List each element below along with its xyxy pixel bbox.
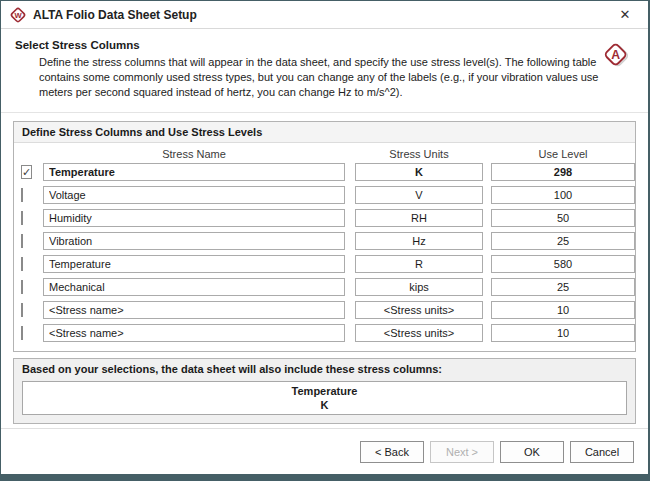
stress-columns-groupbox: Define Stress Columns and Use Stress Lev… — [13, 121, 636, 352]
stress-name-input[interactable] — [43, 278, 345, 296]
close-icon[interactable]: ✕ — [612, 7, 638, 22]
stress-name-input[interactable] — [43, 301, 345, 319]
use-level-input[interactable] — [491, 324, 635, 342]
stress-name-input[interactable] — [43, 255, 345, 273]
stress-units-input[interactable] — [355, 255, 483, 273]
stress-row-checkbox[interactable] — [21, 188, 23, 202]
wizard-header: Select Stress Columns Define the stress … — [1, 29, 648, 113]
stress-row — [14, 301, 635, 319]
stress-row-checkbox[interactable] — [21, 280, 23, 294]
stress-rows: ✓ — [14, 163, 635, 351]
stress-row-checkbox[interactable] — [21, 257, 23, 271]
summary-groupbox-title: Based on your selections, the data sheet… — [14, 359, 635, 377]
column-header-stress-units: Stress Units — [355, 148, 483, 160]
stress-row — [14, 278, 635, 296]
summary-groupbox: Based on your selections, the data sheet… — [13, 358, 636, 425]
use-level-input[interactable] — [491, 255, 635, 273]
stress-row-checkbox[interactable]: ✓ — [21, 165, 32, 179]
stress-name-input[interactable] — [43, 186, 345, 204]
page-title: Select Stress Columns — [15, 39, 634, 51]
dialog-footer: < Back Next > OK Cancel — [1, 428, 648, 474]
stress-row — [14, 324, 635, 342]
stress-row — [14, 255, 635, 273]
stress-row — [14, 186, 635, 204]
stress-units-input[interactable] — [355, 324, 483, 342]
use-level-input[interactable] — [491, 209, 635, 227]
stress-row-checkbox[interactable] — [21, 326, 23, 340]
stress-units-input[interactable] — [355, 232, 483, 250]
stress-units-input[interactable] — [355, 163, 483, 181]
alta-logo-icon: A — [600, 39, 634, 73]
use-level-input[interactable] — [491, 163, 635, 181]
use-level-input[interactable] — [491, 278, 635, 296]
stress-name-input[interactable] — [43, 324, 345, 342]
back-button[interactable]: < Back — [360, 441, 424, 463]
page-description: Define the stress columns that will appe… — [39, 55, 599, 100]
column-header-use-level: Use Level — [491, 148, 635, 160]
window-title: ALTA Folio Data Sheet Setup — [33, 8, 197, 22]
stress-units-input[interactable] — [355, 186, 483, 204]
stress-row — [14, 209, 635, 227]
stress-row — [14, 232, 635, 250]
included-stress-name: Temperature — [292, 384, 358, 398]
use-level-input[interactable] — [491, 301, 635, 319]
stress-units-input[interactable] — [355, 301, 483, 319]
stress-name-input[interactable] — [43, 163, 345, 181]
stress-name-input[interactable] — [43, 232, 345, 250]
stress-row-checkbox[interactable] — [21, 234, 23, 248]
title-bar: W ALTA Folio Data Sheet Setup ✕ — [1, 1, 648, 29]
use-level-input[interactable] — [491, 186, 635, 204]
stress-units-input[interactable] — [355, 278, 483, 296]
ok-button[interactable]: OK — [500, 441, 564, 463]
reliasoft-app-icon: W — [9, 6, 27, 24]
stress-row-checkbox[interactable] — [21, 303, 23, 317]
stress-row-checkbox[interactable] — [21, 211, 23, 225]
table-column-headers: Stress Name Stress Units Use Level — [14, 143, 635, 163]
stress-row: ✓ — [14, 163, 635, 181]
included-stress-units: K — [292, 398, 358, 412]
next-button: Next > — [430, 441, 494, 463]
svg-text:A: A — [611, 48, 620, 62]
svg-text:W: W — [14, 10, 22, 19]
stress-name-input[interactable] — [43, 209, 345, 227]
stress-groupbox-title: Define Stress Columns and Use Stress Lev… — [14, 122, 635, 143]
column-header-stress-name: Stress Name — [43, 148, 345, 160]
included-stress-column: Temperature K — [292, 382, 358, 415]
use-level-input[interactable] — [491, 232, 635, 250]
cancel-button[interactable]: Cancel — [570, 441, 634, 463]
stress-units-input[interactable] — [355, 209, 483, 227]
summary-included-columns: Temperature K — [22, 381, 627, 416]
